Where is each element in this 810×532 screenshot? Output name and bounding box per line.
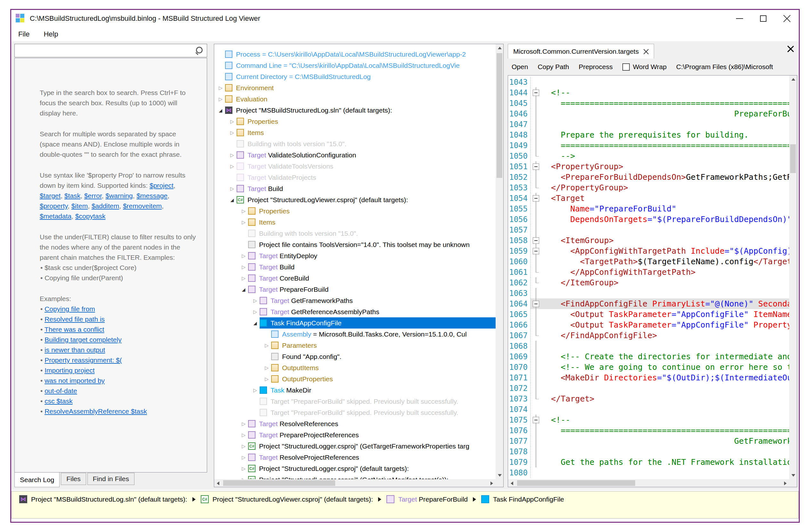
- fold-collapse-icon[interactable]: [531, 298, 541, 309]
- expander-closed-icon[interactable]: ▷: [216, 85, 225, 91]
- tree-row[interactable]: Target ValidateProjects: [214, 172, 496, 183]
- expander-closed-icon[interactable]: ▷: [239, 466, 248, 471]
- tree-row-body[interactable]: Items: [237, 127, 496, 138]
- expander-closed-icon[interactable]: ▷: [239, 253, 248, 259]
- tree-row[interactable]: ▷Target GetReferenceAssemblyPaths: [214, 306, 496, 317]
- tree-row-body[interactable]: Building with tools version "15.0".: [237, 138, 496, 149]
- expander-open-icon[interactable]: ◢: [216, 108, 225, 113]
- tab-search-log[interactable]: Search Log: [14, 472, 60, 487]
- tree-row-body[interactable]: ⋈Project "MSBuildStructuredLog.sln" (def…: [225, 105, 496, 116]
- fold-box-icon[interactable]: [533, 237, 539, 244]
- tree-vertical-scrollbar[interactable]: [496, 44, 503, 479]
- tree-row-body[interactable]: Assembly = Microsoft.Build.Tasks.Core, V…: [271, 329, 496, 340]
- example-link[interactable]: Building target completely: [45, 336, 122, 343]
- scroll-left-icon[interactable]: [217, 481, 219, 485]
- expander-closed-icon[interactable]: ▷: [228, 164, 237, 169]
- tree-row-body[interactable]: Building with tools version "15.0".: [248, 228, 496, 239]
- tree-row[interactable]: Project file contains ToolsVersion="14.0…: [214, 239, 496, 250]
- tree-row-body[interactable]: Target Build: [237, 183, 496, 194]
- expander-closed-icon[interactable]: ▷: [228, 130, 237, 136]
- tree-row[interactable]: ◢C#Project "StructuredLogViewer.csproj" …: [214, 194, 496, 205]
- kind-link[interactable]: $target: [40, 192, 61, 199]
- kind-link[interactable]: $warning: [105, 192, 132, 199]
- scroll-down-icon[interactable]: [498, 474, 502, 477]
- expander-closed-icon[interactable]: ▷: [239, 276, 248, 281]
- tree-row[interactable]: ▷C#Project "StructuredLogger.csproj" (de…: [214, 463, 496, 474]
- breadcrumb-arrow-icon[interactable]: [473, 497, 476, 502]
- tree-row-body[interactable]: Current Directory = C:\MSBuildStructured…: [225, 71, 496, 82]
- tree-row-body[interactable]: Parameters: [271, 340, 496, 351]
- kind-link[interactable]: $task: [64, 192, 80, 199]
- tree-row-body[interactable]: Command Line = "C:\Users\kirillo\AppData…: [225, 60, 496, 71]
- open-button[interactable]: Open: [512, 63, 528, 71]
- fold-box-icon[interactable]: [533, 248, 539, 254]
- tab-files[interactable]: Files: [61, 473, 86, 485]
- fold-collapse-icon[interactable]: [531, 235, 541, 246]
- example-link[interactable]: There was a conflict: [45, 326, 104, 333]
- tree-row[interactable]: ▷Target EntityDeploy: [214, 250, 496, 261]
- fold-box-icon[interactable]: [533, 195, 539, 201]
- tree-row-body[interactable]: Items: [248, 217, 496, 228]
- example-link[interactable]: ResolveAssemblyReference $task: [45, 408, 147, 415]
- fold-box-icon[interactable]: [533, 164, 539, 170]
- tree-row[interactable]: Target "PrepareForBuild" skipped. Previo…: [214, 396, 496, 407]
- tree-row-body[interactable]: Target GetReferenceAssemblyPaths: [260, 306, 496, 317]
- expander-open-icon[interactable]: ◢: [239, 287, 248, 292]
- fold-box-icon[interactable]: [533, 89, 539, 96]
- menu-item-file[interactable]: File: [18, 30, 30, 38]
- example-link[interactable]: was not imported by: [45, 377, 105, 384]
- example-link[interactable]: csc $task: [45, 397, 73, 405]
- expander-closed-icon[interactable]: ▷: [251, 309, 260, 315]
- editor-horizontal-scrollbar[interactable]: [508, 479, 789, 487]
- word-wrap-toggle[interactable]: Word Wrap: [622, 63, 667, 71]
- scroll-up-icon[interactable]: [791, 78, 795, 81]
- expander-closed-icon[interactable]: ▷: [239, 432, 248, 438]
- tree-row-body[interactable]: OutputProperties: [271, 373, 496, 384]
- tree-row[interactable]: ▷Target Build: [214, 183, 496, 194]
- word-wrap-checkbox[interactable]: [622, 63, 630, 71]
- tree-row-body[interactable]: OutputItems: [271, 362, 496, 373]
- breadcrumb-item[interactable]: Task FindAppConfigFile: [481, 495, 564, 503]
- tree-row-body[interactable]: C#Project "StructuredLogger.csproj" (Get…: [248, 474, 496, 479]
- tree-row[interactable]: ◢Task FindAppConfigFile: [214, 317, 496, 329]
- tree-horizontal-scrollbar[interactable]: [214, 479, 496, 487]
- tree-row[interactable]: ▷C#Project "StructuredLogger.csproj" (Ge…: [214, 474, 496, 479]
- tree-row-body[interactable]: Target Build: [248, 261, 496, 272]
- expander-closed-icon[interactable]: ▷: [262, 376, 271, 382]
- panel-close-icon[interactable]: [787, 45, 794, 52]
- tree-row[interactable]: ▷Items: [214, 127, 496, 138]
- kind-link[interactable]: $item: [71, 202, 88, 210]
- tree-row[interactable]: Building with tools version "15.0".: [214, 138, 496, 149]
- tree-row[interactable]: Assembly = Microsoft.Build.Tasks.Core, V…: [214, 329, 496, 340]
- tree-row-body[interactable]: Target ResolveProjectReferences: [248, 452, 496, 463]
- expander-closed-icon[interactable]: ▷: [228, 152, 237, 158]
- expander-closed-icon[interactable]: ▷: [228, 186, 237, 192]
- tree-row-body[interactable]: Target ResolveReferences: [248, 418, 496, 429]
- tree-hscroll-thumb[interactable]: [223, 480, 335, 486]
- expander-closed-icon[interactable]: ▷: [239, 477, 248, 480]
- breadcrumb-item[interactable]: C#Project "StructuredLogViewer.csproj" (…: [201, 495, 373, 503]
- tree-row-body[interactable]: Target "PrepareForBuild" skipped. Previo…: [260, 407, 496, 418]
- tree-row-body[interactable]: Target ValidateProjects: [237, 172, 496, 183]
- copy-path-button[interactable]: Copy Path: [537, 63, 569, 71]
- expander-closed-icon[interactable]: ▷: [251, 387, 260, 393]
- maximize-button[interactable]: [751, 10, 775, 27]
- tree-row[interactable]: Building with tools version "15.0".: [214, 228, 496, 239]
- expander-closed-icon[interactable]: ▷: [239, 454, 248, 460]
- example-link[interactable]: Property reassignment: $(: [45, 356, 122, 364]
- tree-row[interactable]: ▷Target GetFrameworkPaths: [214, 295, 496, 306]
- expander-closed-icon[interactable]: ▷: [228, 119, 237, 124]
- tree-row-body[interactable]: Found "App.config".: [271, 351, 496, 362]
- minimize-button[interactable]: [728, 10, 751, 27]
- tree-row[interactable]: ▷Target ValidateSolutionConfiguration: [214, 149, 496, 161]
- tree-row[interactable]: ◢Target PrepareForBuild: [214, 284, 496, 295]
- breadcrumb-arrow-icon[interactable]: [378, 497, 381, 502]
- example-link[interactable]: Importing project: [45, 367, 95, 374]
- tree-row-body[interactable]: Target GetFrameworkPaths: [260, 295, 496, 306]
- tree-row[interactable]: ▷Evaluation: [214, 94, 496, 105]
- tree-row-body[interactable]: C#Project "StructuredLogger.csproj" (Get…: [248, 440, 496, 452]
- menu-item-help[interactable]: Help: [44, 30, 58, 38]
- tree-row[interactable]: ◢⋈Project "MSBuildStructuredLog.sln" (de…: [214, 105, 496, 116]
- fold-collapse-icon[interactable]: [531, 193, 541, 203]
- editor-vscroll-thumb[interactable]: [790, 144, 796, 173]
